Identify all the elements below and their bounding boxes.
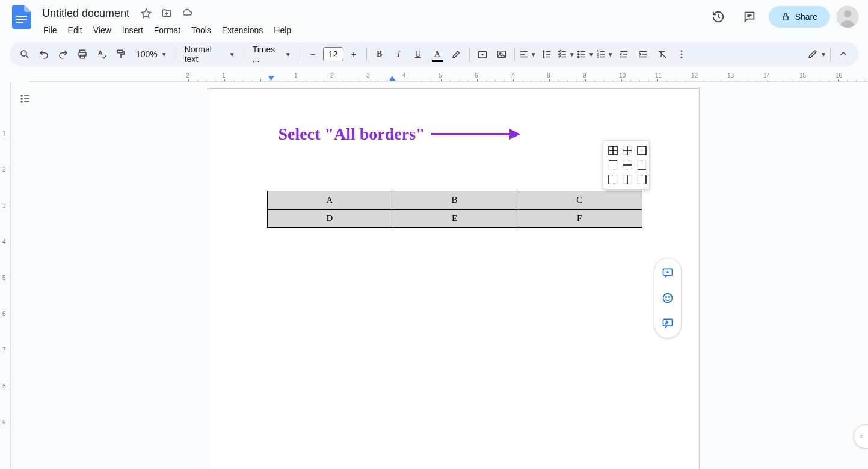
checklist-icon[interactable]: ▼ (557, 45, 575, 63)
annotation-overlay: Select "All borders" (279, 125, 522, 144)
add-emoji-icon[interactable] (658, 288, 677, 308)
table-cell[interactable]: E (392, 210, 517, 228)
svg-rect-2 (16, 22, 23, 23)
table-row[interactable]: D E F (267, 210, 642, 228)
horizontal-ruler[interactable]: 2112345678910111213141516171819 (29, 71, 868, 82)
table-cell[interactable]: A (267, 191, 392, 210)
svg-point-23 (21, 95, 22, 96)
indent-decrease-icon[interactable] (615, 45, 633, 63)
history-icon[interactable] (706, 5, 730, 29)
border-horizontal-icon[interactable] (621, 159, 633, 171)
outline-toggle-icon[interactable] (16, 89, 35, 108)
style-combo[interactable]: Normal text▼ (180, 45, 240, 63)
ruler-indent-marker[interactable] (389, 76, 395, 82)
toolbar: 100%▼ Normal text▼ Times ...▼ − 12 + B I… (10, 42, 858, 66)
svg-rect-1 (16, 19, 27, 20)
svg-rect-0 (16, 16, 27, 17)
menu-file[interactable]: File (38, 23, 62, 37)
bold-icon[interactable]: B (371, 45, 389, 63)
document-table[interactable]: A B C D E F (267, 191, 642, 228)
italic-icon[interactable]: I (390, 45, 408, 63)
underline-icon[interactable]: U (409, 45, 427, 63)
border-outer-icon[interactable] (636, 144, 648, 157)
menubar: File Edit View Insert Format Tools Exten… (38, 23, 296, 37)
move-icon[interactable] (159, 6, 174, 20)
redo-icon[interactable] (54, 45, 72, 63)
insert-link-icon[interactable] (473, 45, 491, 63)
indent-increase-icon[interactable] (634, 45, 652, 63)
table-row[interactable]: A B C (267, 191, 642, 210)
clear-format-icon[interactable] (653, 45, 671, 63)
border-bottom-icon[interactable] (636, 159, 648, 171)
svg-text:3: 3 (597, 55, 599, 58)
border-left-icon[interactable] (607, 173, 619, 185)
svg-point-50 (666, 297, 667, 298)
text-color-icon[interactable]: A (428, 45, 446, 63)
comments-icon[interactable] (737, 5, 762, 29)
border-inner-icon[interactable] (621, 144, 633, 157)
svg-point-24 (21, 98, 22, 99)
svg-point-49 (663, 294, 673, 303)
menu-extensions[interactable]: Extensions (217, 23, 268, 37)
svg-rect-40 (638, 161, 646, 169)
zoom-combo[interactable]: 100%▼ (131, 45, 172, 63)
margin-comment-tools (654, 258, 682, 338)
document-page[interactable]: Select "All borders" A (209, 88, 700, 469)
search-menu-icon[interactable] (16, 45, 34, 63)
font-size-increase[interactable]: + (345, 45, 363, 63)
cloud-status-icon[interactable] (180, 6, 194, 20)
table-cell[interactable]: D (267, 210, 392, 228)
menu-help[interactable]: Help (269, 23, 296, 37)
font-size-decrease[interactable]: − (304, 45, 322, 63)
print-icon[interactable] (73, 45, 91, 63)
star-icon[interactable] (139, 6, 153, 20)
annotation-arrow-icon (431, 125, 522, 143)
add-comment-icon[interactable] (658, 263, 677, 282)
line-spacing-icon[interactable] (538, 45, 556, 63)
more-icon[interactable] (673, 45, 691, 63)
document-title[interactable]: Untitled document (38, 6, 133, 21)
border-top-icon[interactable] (607, 159, 619, 171)
menu-tools[interactable]: Tools (186, 23, 216, 37)
table-cell[interactable]: B (392, 191, 517, 210)
menu-insert[interactable]: Insert (117, 23, 148, 37)
svg-point-16 (577, 56, 579, 57)
suggest-edits-icon[interactable] (658, 314, 677, 333)
vertical-ruler[interactable]: 123456789 (0, 82, 11, 469)
font-combo[interactable]: Times ...▼ (248, 45, 296, 63)
svg-rect-3 (783, 16, 788, 20)
menu-view[interactable]: View (88, 23, 116, 37)
border-picker-popup (603, 140, 650, 190)
svg-point-21 (680, 54, 682, 55)
avatar[interactable] (837, 6, 858, 28)
table-cell[interactable]: C (517, 191, 642, 210)
spellcheck-icon[interactable] (93, 45, 111, 63)
border-all-icon[interactable] (607, 144, 619, 157)
ruler-indent-marker[interactable] (268, 76, 274, 82)
app-header: Untitled document File Edit View Insert … (0, 0, 868, 37)
editing-mode-icon[interactable]: ▼ (807, 45, 826, 63)
menu-edit[interactable]: Edit (63, 23, 87, 37)
align-icon[interactable]: ▼ (519, 45, 537, 63)
insert-image-icon[interactable] (493, 45, 511, 63)
paint-format-icon[interactable] (112, 45, 130, 63)
svg-point-6 (21, 51, 26, 56)
svg-rect-36 (609, 161, 617, 169)
collapse-toolbar-icon[interactable] (834, 45, 852, 63)
menu-format[interactable]: Format (149, 23, 185, 37)
share-button[interactable]: Share (769, 6, 830, 28)
table-cell[interactable]: F (517, 210, 642, 228)
bulleted-list-icon[interactable]: ▼ (576, 45, 594, 63)
undo-icon[interactable] (35, 45, 53, 63)
border-right-icon[interactable] (636, 173, 648, 185)
highlight-icon[interactable] (448, 45, 466, 63)
font-size-input[interactable]: 12 (323, 47, 343, 61)
annotation-text: Select "All borders" (279, 125, 425, 144)
svg-point-22 (680, 57, 682, 58)
border-vertical-icon[interactable] (621, 173, 633, 185)
docs-logo[interactable] (10, 5, 34, 29)
svg-rect-42 (609, 175, 617, 184)
svg-point-25 (21, 101, 22, 102)
svg-point-51 (669, 297, 670, 298)
numbered-list-icon[interactable]: 123▼ (596, 45, 614, 63)
